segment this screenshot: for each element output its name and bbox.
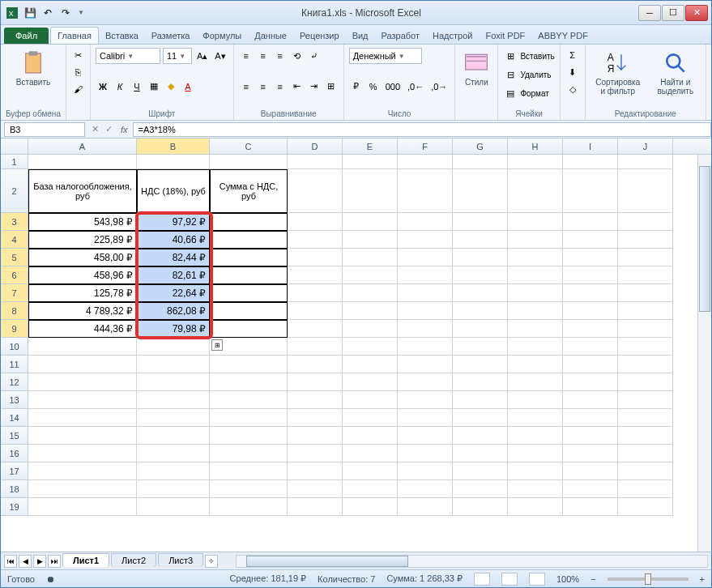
cell[interactable] — [343, 427, 398, 445]
cell[interactable] — [453, 409, 508, 427]
row-header[interactable]: 16 — [1, 445, 28, 462]
cell[interactable] — [453, 284, 508, 302]
page-layout-view-icon[interactable] — [501, 573, 518, 586]
cell[interactable] — [210, 427, 288, 445]
cell[interactable] — [563, 155, 618, 169]
cell[interactable] — [618, 373, 673, 391]
cell[interactable] — [508, 320, 563, 338]
dec-decimal-icon[interactable]: ,0→ — [428, 79, 450, 95]
cell[interactable]: 82,44 ₽ — [137, 249, 210, 266]
row-header[interactable]: 17 — [1, 462, 28, 480]
cell[interactable] — [137, 462, 210, 480]
cell[interactable] — [508, 409, 563, 427]
row-header[interactable]: 7 — [1, 284, 28, 302]
cell[interactable] — [398, 373, 453, 391]
col-header-j[interactable]: J — [618, 138, 673, 154]
cell[interactable] — [398, 320, 453, 338]
cell[interactable] — [453, 427, 508, 445]
zoom-out-icon[interactable]: − — [590, 574, 595, 584]
cell[interactable] — [343, 249, 398, 266]
number-format-combo[interactable]: Денежный▼ — [349, 48, 422, 64]
cell[interactable] — [618, 284, 673, 302]
close-button[interactable]: ✕ — [685, 5, 708, 21]
cell[interactable] — [137, 338, 210, 356]
cell[interactable] — [288, 356, 343, 373]
normal-view-icon[interactable] — [474, 573, 490, 586]
cell[interactable] — [137, 373, 210, 391]
sort-filter-button[interactable]: АЯ Сортировка и фильтр — [590, 47, 646, 99]
border-icon[interactable]: ▦ — [147, 79, 161, 95]
cell[interactable] — [508, 462, 563, 480]
cell[interactable] — [210, 249, 288, 266]
cell[interactable] — [563, 213, 618, 231]
bold-button[interactable]: Ж — [96, 79, 110, 95]
cell[interactable] — [618, 169, 673, 213]
file-tab[interactable]: Файл — [4, 28, 49, 44]
cell[interactable] — [508, 231, 563, 249]
cell[interactable] — [288, 498, 343, 516]
row-header[interactable]: 1 — [1, 155, 28, 169]
sheet-tab-1[interactable]: Лист1 — [62, 553, 109, 567]
cell[interactable] — [453, 320, 508, 338]
cell[interactable] — [453, 356, 508, 373]
cell[interactable] — [508, 480, 563, 498]
row-header[interactable]: 12 — [1, 373, 28, 391]
cell[interactable] — [563, 356, 618, 373]
cell[interactable] — [28, 373, 137, 391]
delete-label[interactable]: Удалить — [520, 70, 551, 79]
cell[interactable] — [343, 213, 398, 231]
cell[interactable] — [398, 391, 453, 409]
scroll-thumb-h[interactable] — [246, 556, 408, 567]
cell[interactable]: 82,61 ₽ — [137, 266, 210, 284]
cell[interactable] — [618, 462, 673, 480]
fill-icon[interactable]: ⬇ — [565, 64, 580, 80]
cancel-formula-icon[interactable]: ✕ — [88, 124, 102, 134]
cell[interactable] — [618, 338, 673, 356]
cell[interactable]: 97,92 ₽ — [137, 213, 210, 231]
cell[interactable]: 458,96 ₽ — [28, 266, 137, 284]
cell[interactable] — [288, 169, 343, 213]
row-header[interactable]: 3 — [1, 213, 28, 231]
tab-foxit[interactable]: Foxit PDF — [479, 28, 531, 44]
cell[interactable] — [137, 445, 210, 462]
paste-button[interactable]: Вставить — [6, 47, 61, 90]
cell[interactable] — [288, 445, 343, 462]
cell[interactable] — [563, 427, 618, 445]
cell[interactable] — [137, 391, 210, 409]
cell[interactable] — [398, 213, 453, 231]
font-name-combo[interactable]: Calibri▼ — [96, 48, 160, 64]
row-header[interactable]: 18 — [1, 480, 28, 498]
row-header[interactable]: 9 — [1, 320, 28, 338]
delete-cells-icon[interactable]: ⊟ — [503, 66, 518, 83]
cell[interactable] — [210, 356, 288, 373]
currency-icon[interactable]: ₽ — [349, 79, 364, 95]
tab-data[interactable]: Данные — [248, 28, 293, 44]
cell[interactable] — [343, 356, 398, 373]
cell[interactable] — [453, 338, 508, 356]
cell[interactable] — [508, 356, 563, 373]
col-header-h[interactable]: H — [508, 138, 563, 154]
cell-header-c[interactable]: Сумма с НДС, руб — [210, 169, 288, 213]
cell[interactable] — [398, 480, 453, 498]
cell[interactable] — [563, 302, 618, 320]
cell[interactable] — [210, 155, 288, 169]
increase-font-icon[interactable]: A▴ — [194, 48, 210, 64]
cell[interactable] — [453, 249, 508, 266]
cell[interactable] — [508, 427, 563, 445]
cell[interactable] — [343, 338, 398, 356]
format-cells-icon[interactable]: ▤ — [503, 85, 518, 101]
cell[interactable] — [453, 155, 508, 169]
cell[interactable] — [618, 213, 673, 231]
wrap-text-icon[interactable]: ⤶ — [307, 48, 322, 64]
cell[interactable] — [343, 409, 398, 427]
cell[interactable] — [398, 338, 453, 356]
cell[interactable] — [453, 462, 508, 480]
cell[interactable] — [288, 409, 343, 427]
cell[interactable] — [398, 302, 453, 320]
cell[interactable] — [28, 409, 137, 427]
row-header[interactable]: 8 — [1, 302, 28, 320]
cell[interactable] — [210, 445, 288, 462]
tab-addins[interactable]: Надстрой — [426, 28, 479, 44]
cell[interactable] — [508, 169, 563, 213]
cell[interactable] — [508, 498, 563, 516]
